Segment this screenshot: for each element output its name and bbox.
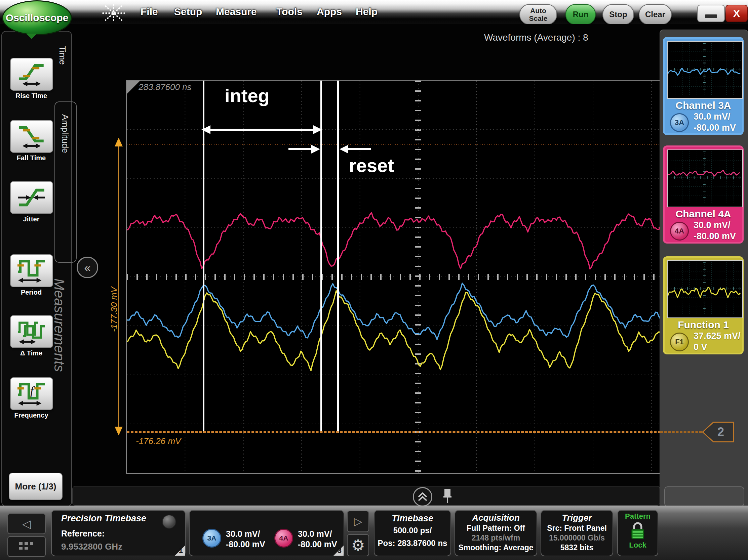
reset-annotation: reset <box>349 154 394 176</box>
marker2-flag-number: 2 <box>718 425 724 439</box>
chevron-left-double-icon: « <box>85 261 91 274</box>
auto-scale-button[interactable]: Auto Scale <box>519 4 557 25</box>
expand-dock-button[interactable] <box>413 487 432 507</box>
jitter-icon <box>16 184 47 211</box>
acquisition-pts: 2148 pts/wfm <box>455 533 537 542</box>
marker2-line-extension <box>660 431 702 433</box>
jitter-button[interactable] <box>10 181 53 214</box>
lock-icon <box>628 521 648 539</box>
channel-3a-offset: -80.00 mV <box>694 123 736 133</box>
marker2-flag-icon[interactable]: 2 <box>701 420 735 443</box>
rise-time-label: Rise Time <box>3 92 60 100</box>
svg-text:f: f <box>30 384 35 397</box>
channel-4a-title: Channel 4A <box>664 208 742 220</box>
lock-label: Lock <box>618 541 658 550</box>
frequency-button[interactable]: f <box>10 377 53 410</box>
panel-scroll-left-button[interactable]: ◁ <box>7 513 46 534</box>
logo-pointer-icon <box>26 33 37 39</box>
channel-4a-thumb-wave <box>668 150 741 205</box>
markers-tab[interactable]: ◀ Markers ◀ <box>664 486 744 507</box>
tab-amplitude-label: Amplitude <box>60 114 70 153</box>
channel-3a-thumb-wave <box>668 42 741 97</box>
panel-number-badge: 1 <box>179 546 183 555</box>
channel-4a-card[interactable]: Channel 4A 4A 30.0 mV/ -80.00 mV <box>663 145 744 244</box>
oscilloscope-logo[interactable]: Oscilloscope <box>2 0 72 35</box>
menu-file[interactable]: File <box>141 6 158 18</box>
channel-4a-badge: 4A <box>670 222 689 241</box>
trigger-title: Trigger <box>541 513 612 523</box>
auto-scale-line2: Scale <box>529 15 547 22</box>
dock-strip <box>72 486 660 506</box>
precision-timebase-panel[interactable]: Precision Timebase Reference: 9.9532800 … <box>51 510 186 556</box>
auto-scale-line1: Auto <box>530 7 546 15</box>
trigger-source: Src: Front Panel <box>541 524 612 533</box>
close-icon: X <box>733 8 740 19</box>
sidebar-collapse-button[interactable]: « <box>77 257 98 278</box>
channel-4a-offset: -80.00 mV <box>694 231 736 241</box>
gear-icon: ⚙ <box>351 536 365 554</box>
timebase-panel[interactable]: Timebase 500.00 ps/ Pos: 283.87600 ns <box>374 510 451 556</box>
rise-time-button[interactable] <box>10 58 53 91</box>
function-1-card[interactable]: Function 1 F1 37.625 mV/ 0 V <box>663 256 744 355</box>
triangle-right-outline-icon: ▷ <box>354 515 363 528</box>
vertical-range-label: -177.30 mV <box>109 258 119 332</box>
bottom-status-bar: ◁ Precision Timebase Reference: 9.953280… <box>0 506 748 560</box>
tab-time[interactable]: Time <box>57 46 68 65</box>
more-measurements-button[interactable]: More (1/3) <box>9 473 63 500</box>
settings-button[interactable]: ⚙ <box>347 534 369 556</box>
trigger-rate: 15.000000 Gb/s <box>541 533 612 542</box>
clear-button[interactable]: Clear <box>639 4 672 25</box>
acquisition-title: Acquisition <box>455 513 537 523</box>
reference-value: 9.9532800 GHz <box>61 541 122 552</box>
minimize-icon <box>705 15 717 18</box>
marker2-reference-line[interactable] <box>127 431 661 433</box>
menu-measure[interactable]: Measure <box>216 6 257 18</box>
channel-4a-chip-badge: 4A <box>274 529 293 547</box>
channel-3a-card[interactable]: Channel 3A 3A 30.0 mV/ -80.00 mV <box>663 37 744 135</box>
channel-3a-chip-badge: 3A <box>202 529 221 547</box>
menu-tools[interactable]: Tools <box>276 6 303 18</box>
fall-time-button[interactable] <box>10 120 53 153</box>
period-button[interactable] <box>10 254 53 287</box>
channels-panel[interactable]: 3A 30.0 mV/ -80.00 mV 4A 30.0 mV/ -80.00… <box>189 510 344 556</box>
trigger-bits: 5832 bits <box>541 543 612 552</box>
pin-icon[interactable] <box>442 488 453 505</box>
fall-time-label: Fall Time <box>3 154 60 162</box>
function-1-badge: F1 <box>670 333 689 351</box>
channel-3a-chip-scale: 30.0 mV/ <box>226 529 260 538</box>
trigger-panel[interactable]: Trigger Src: Front Panel 15.000000 Gb/s … <box>541 510 613 556</box>
fall-time-icon <box>16 123 47 150</box>
menu-apps[interactable]: Apps <box>317 6 342 18</box>
minimize-button[interactable] <box>697 5 725 22</box>
stop-button[interactable]: Stop <box>603 4 634 25</box>
channel-4a-thumbnail <box>667 149 743 207</box>
acquisition-panel[interactable]: Acquisition Full Pattern: Off 2148 pts/w… <box>454 510 537 556</box>
precision-timebase-led-icon <box>162 515 176 529</box>
function-1-scale: 37.625 mV/ <box>694 331 741 341</box>
integ-annotation: integ <box>225 84 270 106</box>
panel-grid-view-button[interactable] <box>7 536 46 557</box>
delta-time-button[interactable] <box>10 315 53 348</box>
menu-help[interactable]: Help <box>356 6 377 18</box>
marker2-value-label: -176.26 mV <box>136 436 181 446</box>
run-button[interactable]: Run <box>565 4 596 25</box>
tab-amplitude[interactable]: Amplitude <box>54 101 77 263</box>
channel-3a-chip[interactable]: 3A 30.0 mV/ -80.00 mV <box>202 529 265 550</box>
pattern-lock-panel[interactable]: Pattern Lock <box>617 510 658 556</box>
triangle-left-outline-icon: ◁ <box>22 517 31 531</box>
channel-3a-badge: 3A <box>670 113 689 132</box>
timebase-position: Pos: 283.87600 ns <box>374 538 450 548</box>
panel-scroll-right-button[interactable]: ▷ <box>347 511 369 532</box>
menu-setup[interactable]: Setup <box>174 6 202 18</box>
reset-right-arrow-icon <box>339 144 373 154</box>
measurements-panel-label: Measurements <box>51 278 67 372</box>
channel-4a-chip[interactable]: 4A 30.0 mV/ -80.00 mV <box>274 529 337 550</box>
timebase-scale: 500.00 ps/ <box>374 526 450 535</box>
precision-timebase-title: Precision Timebase <box>61 513 146 524</box>
grid-dots-icon <box>19 541 34 552</box>
function-1-title: Function 1 <box>664 319 742 331</box>
frequency-label: Frequency <box>3 412 60 419</box>
close-button[interactable]: X <box>725 5 748 22</box>
marker-line-c[interactable] <box>337 81 339 433</box>
logo-label: Oscilloscope <box>6 12 69 24</box>
